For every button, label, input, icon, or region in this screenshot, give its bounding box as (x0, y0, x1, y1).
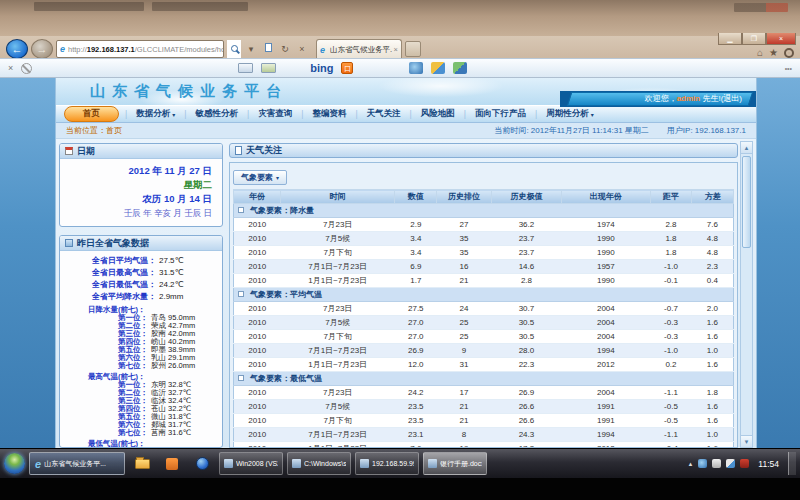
collapse-checkbox[interactable] (238, 207, 244, 213)
table-section-row[interactable]: 气象要素：平均气温 (234, 288, 734, 302)
home-icon[interactable] (757, 48, 763, 58)
refresh-icon[interactable] (278, 40, 292, 58)
stop-icon[interactable] (295, 40, 309, 58)
cell: 35 (437, 246, 492, 260)
nav-item-label: 周期性分析 (546, 108, 589, 120)
logout-link[interactable]: 先生!(退出) (702, 94, 742, 103)
table-section-row[interactable]: 气象要素：降水量 (234, 204, 734, 218)
table-row: 20107月23日2.92736.219742.87.6 (234, 218, 734, 232)
scrollbar-up-arrow[interactable] (741, 142, 752, 154)
nav-item-7[interactable]: 面向下行产品 (466, 108, 535, 120)
show-desktop-button[interactable] (788, 452, 796, 475)
taskbar-explorer-button[interactable] (129, 452, 155, 475)
search-icon[interactable] (227, 40, 241, 58)
table-body: 气象要素：降水量20107月23日2.92736.219742.87.62010… (234, 204, 734, 449)
table-row: 20107月下旬27.02530.52004-0.31.6 (234, 330, 734, 344)
taskbar-button-0[interactable]: Win2008 (VS2... (219, 452, 283, 475)
address-bar[interactable]: e http://192.168.137.1/GLCCLIMATE/module… (56, 40, 224, 58)
browser-tab[interactable]: e 山东省气候业务平... (316, 39, 402, 59)
collapse-checkbox[interactable] (238, 291, 244, 297)
cell: 1990 (562, 274, 651, 288)
cell: 2010 (234, 232, 281, 246)
nav-item-label: 面向下行产品 (475, 108, 526, 120)
cell: 7月5候 (280, 400, 395, 414)
element-filter-button[interactable]: 气象要素 (233, 170, 287, 185)
tray-volume-icon[interactable] (726, 459, 735, 468)
page-scrollbar[interactable] (740, 141, 753, 448)
rank-label: 第七位： (64, 362, 148, 370)
nav-item-label: 首页 (83, 108, 100, 120)
toolbar-close-icon[interactable] (8, 63, 13, 73)
welcome-text[interactable]: 欢迎您，admin 先生!(退出) (645, 93, 742, 104)
calendar-date: 2012 年 11 月 27 日 (66, 164, 212, 178)
tray-action-center-icon[interactable] (740, 459, 749, 468)
taskbar-button-3[interactable]: 银行手册.docx -... (423, 452, 487, 475)
nav-item-3[interactable]: 灾害查询 (249, 108, 301, 120)
cell: 24.2 (395, 386, 437, 400)
compatibility-view-icon[interactable] (261, 40, 275, 58)
nav-item-6[interactable]: 风险地图 (412, 108, 464, 120)
taskbar-office-button[interactable] (159, 452, 185, 475)
tray-network-icon[interactable] (712, 459, 721, 468)
data-grid-icon (65, 239, 73, 247)
taskbar-button-2[interactable]: 192.168.59.99... (355, 452, 419, 475)
cell: 27.0 (395, 330, 437, 344)
cell: 4.8 (692, 232, 734, 246)
nav-item-4[interactable]: 整编资料 (303, 108, 355, 120)
blocked-content-icon[interactable] (21, 63, 32, 74)
cell: 7月1日~7月23日 (280, 428, 395, 442)
new-tab-button[interactable] (405, 41, 421, 57)
nav-item-2[interactable]: 敏感性分析 (186, 108, 247, 120)
forward-button[interactable] (31, 39, 53, 59)
pinyin-toolbar-icon[interactable]: 口 (341, 62, 353, 74)
stat-value: 31.5℃ (159, 267, 184, 279)
nav-item-0[interactable]: 首页 (64, 106, 119, 122)
tab-favicon: e (320, 45, 325, 55)
favorites-star-icon[interactable] (769, 48, 778, 58)
tray-icon-1[interactable] (698, 459, 707, 468)
maximize-button[interactable]: ❐ (742, 33, 766, 45)
weather-focus-title: 天气关注 (246, 144, 282, 157)
more-toolbar-icon[interactable] (785, 65, 792, 72)
scrollbar-thumb[interactable] (742, 156, 751, 248)
plugin-icon-1[interactable] (409, 62, 423, 74)
table-row: 20107月23日27.52430.72004-0.72.0 (234, 302, 734, 316)
nav-item-5[interactable]: 天气关注 (358, 108, 410, 120)
search-dropdown-icon[interactable] (244, 40, 258, 58)
gear-icon[interactable] (784, 48, 794, 58)
tray-up-arrow[interactable] (687, 461, 693, 467)
cell: -1.1 (650, 386, 692, 400)
cell: 7月5候 (280, 316, 395, 330)
cell: 21 (437, 400, 492, 414)
calendar-lunar-date: 农历 10 月 14 日 (66, 192, 212, 206)
nav-item-1[interactable]: 数据分析 (127, 108, 184, 120)
minimize-button[interactable]: ▁ (718, 33, 742, 45)
plugin-icon-3[interactable] (453, 62, 467, 74)
cell: 1月1日~7月23日 (280, 358, 395, 372)
browser-right-icons (757, 48, 794, 58)
collapse-checkbox[interactable] (238, 375, 244, 381)
start-button[interactable] (4, 453, 25, 474)
scrollbar-down-arrow[interactable] (741, 435, 752, 447)
tab-close-icon[interactable] (394, 45, 398, 54)
table-row: 20107月5候27.02530.52004-0.31.6 (234, 316, 734, 330)
close-button[interactable] (766, 33, 796, 45)
url-prefix: http:// (68, 45, 87, 54)
taskbar-button-1[interactable]: C:\Windows\sy... (287, 452, 351, 475)
plugin-icon-2[interactable] (431, 62, 445, 74)
column-header: 距平 (650, 190, 692, 204)
cell: 1.6 (692, 316, 734, 330)
cell: 1.8 (650, 246, 692, 260)
taskbar-ie-window[interactable]: e 山东省气候业务平... (29, 452, 125, 475)
mail-card-icon[interactable] (238, 63, 253, 73)
taskbar-clock[interactable]: 11:54 (758, 459, 779, 469)
back-button[interactable] (6, 39, 28, 59)
cell: 1.6 (692, 330, 734, 344)
table-section-row[interactable]: 气象要素：最低气温 (234, 372, 734, 386)
nav-item-8[interactable]: 周期性分析 (537, 108, 603, 120)
bing-logo[interactable]: bing (310, 62, 333, 74)
cell: -0.5 (650, 400, 692, 414)
postcard-icon[interactable] (261, 63, 276, 73)
taskbar-media-button[interactable] (189, 452, 215, 475)
cell: 12.0 (395, 358, 437, 372)
